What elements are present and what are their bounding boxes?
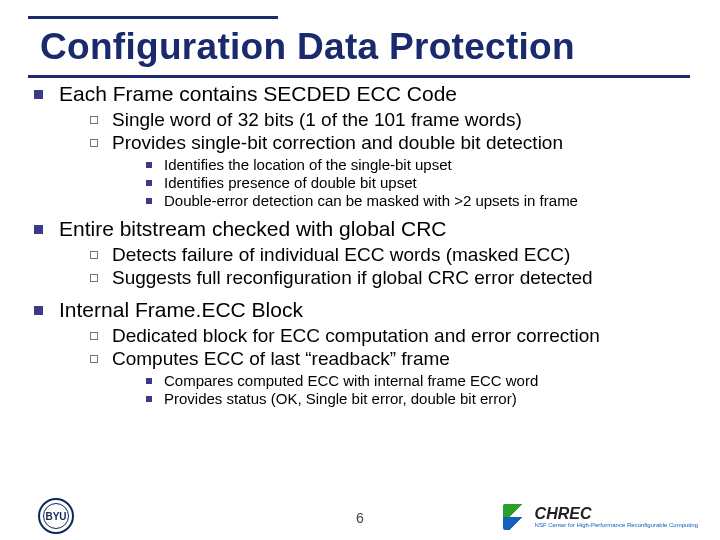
lvl1-text: Entire bitstream checked with global CRC	[59, 217, 447, 241]
hollow-square-icon	[90, 355, 98, 363]
bullet-lvl2: Single word of 32 bits (1 of the 101 fra…	[90, 109, 696, 131]
lvl3-text: Provides status (OK, Single bit error, d…	[164, 390, 517, 407]
chrec-text-group: CHREC NSF Center for High-Performance Re…	[535, 506, 698, 528]
lvl3-text: Identifies the location of the single-bi…	[164, 156, 452, 173]
hollow-square-icon	[90, 116, 98, 124]
lvl2-text: Detects failure of individual ECC words …	[112, 244, 570, 266]
title-area: Configuration Data Protection	[28, 16, 700, 68]
slide-title: Configuration Data Protection	[28, 16, 700, 68]
bullet-lvl2: Dedicated block for ECC computation and …	[90, 325, 696, 347]
lvl3-text: Identifies presence of double bit upset	[164, 174, 417, 191]
bullet-lvl3: Compares computed ECC with internal fram…	[146, 372, 696, 389]
lvl3-group: Compares computed ECC with internal fram…	[146, 372, 696, 407]
square-bullet-icon	[34, 225, 43, 234]
slide: Configuration Data Protection Each Frame…	[0, 0, 720, 540]
bullet-lvl3: Identifies presence of double bit upset	[146, 174, 696, 191]
title-rule-bottom	[28, 75, 690, 78]
byu-logo: BYU	[38, 498, 74, 534]
bullet-lvl2: Provides single-bit correction and doubl…	[90, 132, 696, 154]
square-bullet-icon	[34, 306, 43, 315]
chrec-name: CHREC	[535, 506, 698, 522]
lvl1-text: Each Frame contains SECDED ECC Code	[59, 82, 457, 106]
lvl1-text: Internal Frame.ECC Block	[59, 298, 303, 322]
bullet-lvl3: Double-error detection can be masked wit…	[146, 192, 696, 209]
bullet-lvl2: Suggests full reconfiguration if global …	[90, 267, 696, 289]
lvl2-text: Computes ECC of last “readback” frame	[112, 348, 450, 370]
lvl2-group: Single word of 32 bits (1 of the 101 fra…	[90, 109, 696, 154]
lvl2-text: Suggests full reconfiguration if global …	[112, 267, 593, 289]
byu-logo-text: BYU	[45, 511, 66, 522]
chrec-icon	[503, 504, 529, 530]
hollow-square-icon	[90, 332, 98, 340]
hollow-square-icon	[90, 274, 98, 282]
hollow-square-icon	[90, 139, 98, 147]
small-square-icon	[146, 396, 152, 402]
bullet-lvl1: Each Frame contains SECDED ECC Code	[34, 82, 696, 106]
small-square-icon	[146, 180, 152, 186]
bullet-lvl1: Entire bitstream checked with global CRC	[34, 217, 696, 241]
bullet-lvl1: Internal Frame.ECC Block	[34, 298, 696, 322]
title-rule-top	[28, 16, 278, 19]
lvl3-text: Compares computed ECC with internal fram…	[164, 372, 538, 389]
lvl2-text: Provides single-bit correction and doubl…	[112, 132, 563, 154]
lvl3-group: Identifies the location of the single-bi…	[146, 156, 696, 209]
bullet-lvl2: Computes ECC of last “readback” frame	[90, 348, 696, 370]
lvl2-text: Single word of 32 bits (1 of the 101 fra…	[112, 109, 522, 131]
bullet-lvl2: Detects failure of individual ECC words …	[90, 244, 696, 266]
lvl2-group: Detects failure of individual ECC words …	[90, 244, 696, 289]
square-bullet-icon	[34, 90, 43, 99]
small-square-icon	[146, 162, 152, 168]
lvl2-text: Dedicated block for ECC computation and …	[112, 325, 600, 347]
lvl3-text: Double-error detection can be masked wit…	[164, 192, 578, 209]
content-area: Each Frame contains SECDED ECC Code Sing…	[34, 82, 696, 486]
bullet-lvl3: Provides status (OK, Single bit error, d…	[146, 390, 696, 407]
small-square-icon	[146, 378, 152, 384]
chrec-logo: CHREC NSF Center for High-Performance Re…	[503, 504, 698, 530]
bullet-lvl3: Identifies the location of the single-bi…	[146, 156, 696, 173]
small-square-icon	[146, 198, 152, 204]
hollow-square-icon	[90, 251, 98, 259]
chrec-subtitle: NSF Center for High-Performance Reconfig…	[535, 522, 698, 528]
lvl2-group: Dedicated block for ECC computation and …	[90, 325, 696, 370]
